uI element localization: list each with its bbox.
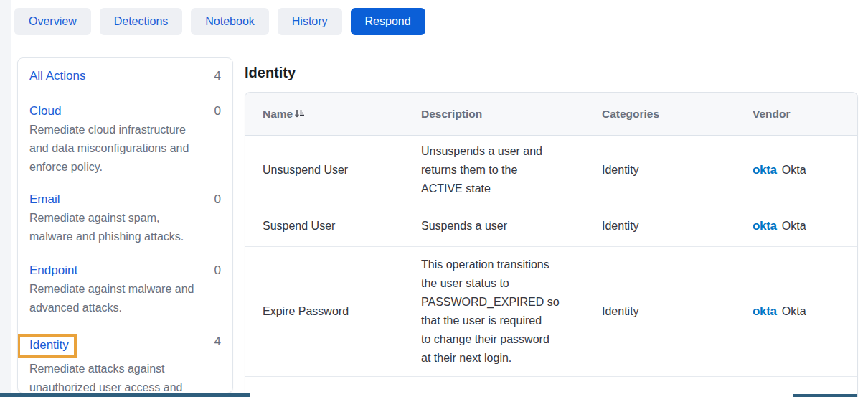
sidebar-item-cloud[interactable]: Cloud 0 Remediate cloud infrastructure a…	[29, 103, 221, 177]
identity-description: Remediate attacks against unauthorized u…	[29, 360, 221, 393]
action-name: Suspend User	[245, 220, 404, 233]
table-row-expire-password[interactable]: Expire Password This operation transitio…	[245, 247, 857, 377]
action-vendor: okta Okta	[735, 304, 857, 319]
column-header-name[interactable]: Name	[245, 107, 404, 121]
action-description: Unsuspends a user and returns them to th…	[404, 142, 585, 198]
okta-logo: okta	[753, 304, 777, 319]
identity-count: 4	[214, 334, 221, 350]
tab-respond[interactable]: Respond	[351, 8, 425, 35]
cutoff-element-bottom-left	[0, 393, 250, 397]
identity-link[interactable]: Identity	[29, 338, 69, 352]
tab-history[interactable]: History	[278, 8, 342, 35]
identity-highlight-box: Identity	[17, 334, 77, 358]
action-vendor: okta Okta	[735, 163, 857, 177]
tab-bar: Overview Detections Notebook History Res…	[14, 8, 425, 35]
action-name: Unsuspend User	[245, 164, 404, 177]
email-count: 0	[214, 192, 221, 207]
email-description: Remediate against spam, malware and phis…	[29, 209, 221, 246]
actions-table: Name Description Categories Vendor Unsus…	[245, 92, 858, 397]
cloud-description: Remediate cloud infrastructure and data …	[29, 121, 221, 177]
endpoint-link[interactable]: Endpoint	[29, 263, 77, 279]
vendor-name: Okta	[782, 220, 806, 233]
tab-notebook[interactable]: Notebook	[191, 8, 269, 35]
name-header-label: Name	[263, 108, 293, 121]
sidebar-item-all-actions[interactable]: All Actions 4	[29, 68, 221, 84]
tabbar-divider	[11, 45, 868, 45]
table-header-row: Name Description Categories Vendor	[245, 93, 857, 136]
sidebar-item-identity[interactable]: Identity 4 Remediate attacks against una…	[29, 334, 221, 393]
all-actions-count: 4	[214, 68, 221, 84]
action-categories: Identity	[585, 220, 735, 233]
action-vendor: okta Okta	[735, 219, 857, 233]
sidebar-item-email[interactable]: Email 0 Remediate against spam, malware …	[29, 192, 221, 246]
cloud-link[interactable]: Cloud	[29, 103, 61, 119]
vendor-name: Okta	[782, 164, 806, 177]
sidebar-item-endpoint[interactable]: Endpoint 0 Remediate against malware and…	[29, 263, 221, 317]
cutoff-element-bottom-right	[793, 394, 857, 397]
okta-logo: okta	[753, 163, 777, 177]
action-name: Expire Password	[245, 305, 404, 318]
left-gutter	[0, 0, 11, 397]
okta-logo: okta	[753, 219, 777, 233]
table-row-suspend-user[interactable]: Suspend User Suspends a user Identity ok…	[245, 205, 857, 247]
sort-ascending-icon[interactable]	[294, 108, 305, 122]
all-actions-link[interactable]: All Actions	[29, 68, 85, 84]
action-description: Suspends a user	[404, 217, 585, 235]
column-header-categories[interactable]: Categories	[585, 108, 735, 121]
action-categories-sidebar: All Actions 4 Cloud 0 Remediate cloud in…	[17, 57, 233, 393]
action-categories: Identity	[585, 164, 735, 177]
page-title: Identity	[245, 65, 296, 81]
table-row-unsuspend-user[interactable]: Unsuspend User Unsuspends a user and ret…	[245, 136, 857, 205]
email-link[interactable]: Email	[29, 192, 60, 207]
vendor-name: Okta	[782, 305, 806, 318]
endpoint-description: Remediate against malware and advanced a…	[29, 280, 221, 317]
tab-detections[interactable]: Detections	[100, 8, 183, 35]
action-categories: Identity	[585, 305, 735, 318]
action-description: This operation transitions the user stat…	[404, 256, 585, 368]
cloud-count: 0	[214, 103, 221, 119]
column-header-description[interactable]: Description	[404, 108, 585, 121]
endpoint-count: 0	[214, 263, 221, 279]
tab-overview[interactable]: Overview	[14, 8, 91, 35]
column-header-vendor[interactable]: Vendor	[735, 108, 857, 121]
respond-page: Overview Detections Notebook History Res…	[0, 0, 868, 397]
